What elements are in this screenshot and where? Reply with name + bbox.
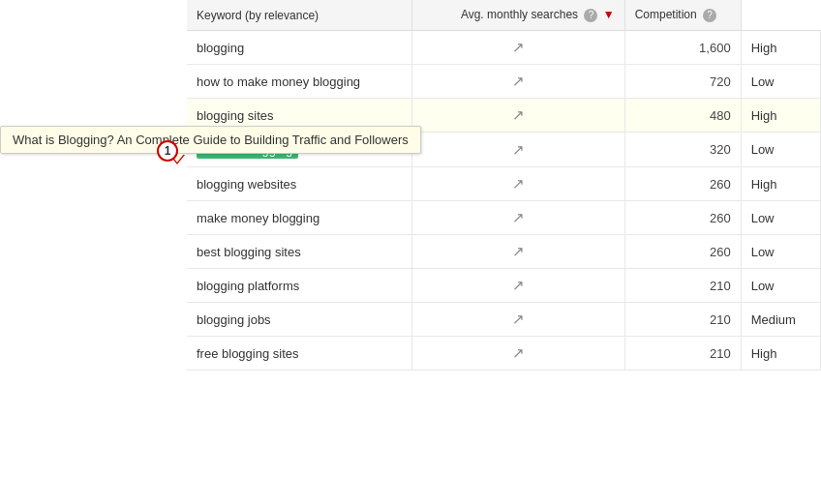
trend-icon: ↗ — [512, 311, 525, 327]
keyword-cell: free blogging sites — [187, 337, 411, 371]
searches-sort-icon[interactable]: ▼ — [603, 8, 615, 21]
keyword-table: Keyword (by relevance) Avg. monthly sear… — [187, 0, 821, 371]
competition-help-icon[interactable]: ? — [703, 9, 716, 22]
left-panel — [0, 0, 187, 504]
competition-cell: High — [741, 337, 820, 371]
searches-cell: 1,600 — [624, 31, 741, 65]
trend-icon: ↗ — [512, 141, 525, 158]
trend-icon: ↗ — [512, 175, 525, 192]
competition-cell: Low — [741, 201, 820, 235]
trend-icon: ↗ — [512, 209, 525, 225]
trend-cell[interactable]: ↗ — [411, 201, 624, 235]
header-searches: Avg. monthly searches ? ▼ — [411, 0, 624, 31]
table-row: how to make money blogging↗720Low — [187, 65, 821, 99]
table-header-row: Keyword (by relevance) Avg. monthly sear… — [187, 0, 821, 31]
table-row: blogging↗1,600High — [187, 31, 821, 65]
trend-icon: ↗ — [512, 277, 525, 293]
competition-cell: Low — [741, 269, 820, 303]
trend-cell[interactable]: ↗ — [411, 303, 624, 337]
searches-cell: 210 — [624, 337, 741, 371]
trend-cell[interactable]: ↗ — [411, 235, 624, 269]
table-row: best blogging sites↗260Low — [187, 235, 821, 269]
searches-cell: 260 — [624, 167, 741, 201]
competition-cell: Low — [741, 133, 820, 167]
tooltip-container: What is Blogging? An Complete Guide to B… — [0, 126, 421, 154]
table-row: blogging jobs↗210Medium — [187, 303, 821, 337]
trend-icon: ↗ — [512, 243, 525, 259]
searches-cell: 320 — [624, 133, 741, 167]
table-container: Keyword (by relevance) Avg. monthly sear… — [187, 0, 821, 504]
keyword-cell: make money blogging — [187, 201, 411, 235]
searches-cell: 260 — [624, 235, 741, 269]
trend-icon: ↗ — [512, 73, 525, 89]
competition-cell: Low — [741, 235, 820, 269]
trend-cell[interactable]: ↗ — [411, 133, 624, 167]
trend-icon: ↗ — [512, 106, 525, 123]
searches-cell: 480 — [624, 99, 741, 133]
tooltip-text: What is Blogging? An Complete Guide to B… — [13, 133, 409, 147]
keyword-cell: how to make money blogging — [187, 65, 411, 99]
competition-cell: Medium — [741, 303, 820, 337]
trend-cell[interactable]: ↗ — [411, 269, 624, 303]
trend-cell[interactable]: ↗ — [411, 337, 624, 371]
table-row: make money blogging↗260Low — [187, 201, 821, 235]
tooltip-box: What is Blogging? An Complete Guide to B… — [0, 126, 421, 154]
table-body: blogging↗1,600Highhow to make money blog… — [187, 31, 821, 371]
keyword-cell: blogging websites — [187, 167, 411, 201]
competition-cell: Low — [741, 65, 820, 99]
keyword-cell: blogging jobs — [187, 303, 411, 337]
searches-help-icon[interactable]: ? — [584, 9, 597, 22]
trend-cell[interactable]: ↗ — [411, 31, 624, 65]
keyword-cell: blogging platforms — [187, 269, 411, 303]
searches-cell: 720 — [624, 65, 741, 99]
keyword-cell: best blogging sites — [187, 235, 411, 269]
table-row: blogging websites↗260High — [187, 167, 821, 201]
competition-cell: High — [741, 31, 820, 65]
competition-cell: High — [741, 99, 820, 133]
searches-cell: 210 — [624, 269, 741, 303]
keyword-cell: blogging — [187, 31, 411, 65]
table-row: free blogging sites↗210High — [187, 337, 821, 371]
trend-cell[interactable]: ↗ — [411, 65, 624, 99]
trend-cell[interactable]: ↗ — [411, 167, 624, 201]
header-keyword: Keyword (by relevance) — [187, 0, 411, 31]
trend-icon: ↗ — [512, 344, 525, 361]
competition-cell: High — [741, 167, 820, 201]
trend-cell[interactable]: ↗ — [411, 99, 624, 133]
header-competition: Competition ? — [624, 0, 741, 31]
trend-icon: ↗ — [512, 39, 525, 55]
searches-cell: 260 — [624, 201, 741, 235]
searches-cell: 210 — [624, 303, 741, 337]
table-row: blogging platforms↗210Low — [187, 269, 821, 303]
step-circle: 1 — [157, 140, 178, 162]
